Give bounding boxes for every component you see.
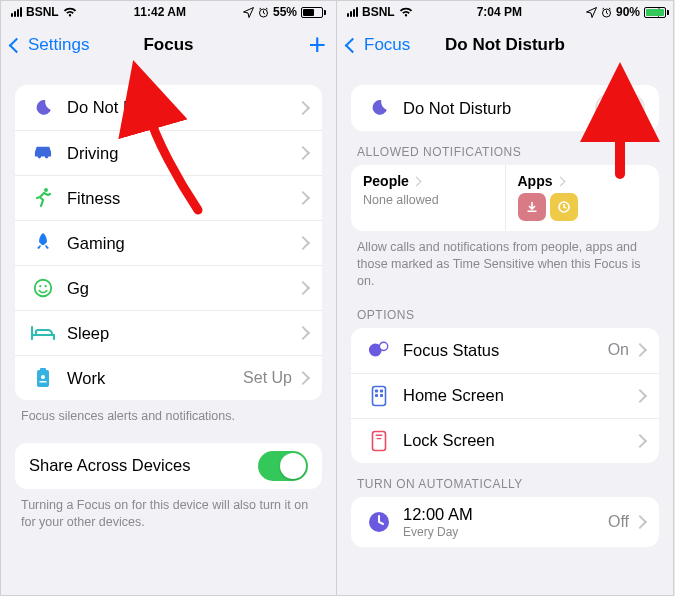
option-home-screen[interactable]: Home Screen <box>351 373 659 418</box>
people-header: People <box>363 173 493 189</box>
chevron-right-icon <box>298 144 308 162</box>
status-bar: BSNL 11:42 AM 55% <box>1 1 336 23</box>
battery-icon <box>301 7 326 18</box>
status-bar: BSNL 7:04 PM 90% <box>337 1 673 23</box>
moon-icon <box>29 97 57 119</box>
runner-icon <box>29 187 57 209</box>
svg-rect-15 <box>375 389 378 392</box>
focus-item-gg[interactable]: Gg <box>15 265 322 310</box>
people-sub: None allowed <box>363 193 493 207</box>
focus-item-gaming[interactable]: Gaming <box>15 220 322 265</box>
focus-item-work[interactable]: Work Set Up <box>15 355 322 400</box>
allowed-footer: Allow calls and notifications from peopl… <box>357 239 653 290</box>
back-button[interactable]: Settings <box>11 35 89 55</box>
apps-header: Apps <box>518 173 648 189</box>
svg-rect-10 <box>527 211 536 213</box>
status-time: 11:42 AM <box>77 5 243 19</box>
status-time: 7:04 PM <box>413 5 586 19</box>
svg-rect-21 <box>377 438 382 439</box>
section-allowed: ALLOWED NOTIFICATIONS <box>357 145 653 159</box>
phone-focus-list: BSNL 11:42 AM 55% Settings Focus + Do No… <box>0 0 337 596</box>
option-lock-screen[interactable]: Lock Screen <box>351 418 659 463</box>
allowed-notifications: People None allowed Apps <box>351 165 659 231</box>
back-button[interactable]: Focus <box>347 35 410 55</box>
chevron-right-icon <box>635 387 645 405</box>
svg-point-7 <box>41 375 45 379</box>
svg-rect-18 <box>380 394 383 397</box>
focus-item-fitness[interactable]: Fitness <box>15 175 322 220</box>
lock-screen-icon <box>365 430 393 452</box>
chevron-right-icon <box>298 279 308 297</box>
carrier-label: BSNL <box>26 5 59 19</box>
home-screen-icon <box>365 385 393 407</box>
chevron-right-icon <box>298 99 308 117</box>
focus-item-sleep[interactable]: Sleep <box>15 310 322 355</box>
allowed-people[interactable]: People None allowed <box>351 165 505 231</box>
moon-icon <box>365 97 393 119</box>
svg-point-1 <box>44 188 48 192</box>
badge-icon <box>29 367 57 389</box>
chevron-right-icon <box>298 189 308 207</box>
bed-icon <box>29 325 57 341</box>
svg-rect-16 <box>380 389 383 392</box>
svg-rect-17 <box>375 394 378 397</box>
dnd-toggle-row[interactable]: Do Not Disturb <box>351 85 659 131</box>
svg-point-2 <box>35 280 52 297</box>
wifi-icon <box>399 7 413 18</box>
svg-point-4 <box>45 285 47 287</box>
clock-icon <box>365 510 393 534</box>
svg-rect-20 <box>376 434 383 435</box>
add-button[interactable]: + <box>308 30 326 60</box>
app-chips <box>518 193 648 221</box>
svg-point-3 <box>39 285 41 287</box>
chevron-right-icon <box>635 432 645 450</box>
location-icon <box>243 7 254 18</box>
signal-icon <box>11 7 22 17</box>
rocket-icon <box>29 232 57 254</box>
smiley-icon <box>29 277 57 299</box>
work-value: Set Up <box>243 369 292 387</box>
svg-rect-8 <box>40 381 47 383</box>
battery-pct: 90% <box>616 5 640 19</box>
focus-footer: Focus silences alerts and notifications. <box>21 408 316 425</box>
app-icon-1 <box>518 193 546 221</box>
chevron-right-icon <box>635 513 645 531</box>
alarm-icon <box>601 7 612 18</box>
chevron-right-icon <box>298 369 308 387</box>
battery-pct: 55% <box>273 5 297 19</box>
svg-rect-6 <box>40 368 46 372</box>
alarm-icon <box>258 7 269 18</box>
svg-point-13 <box>379 342 387 350</box>
focus-status-icon <box>365 339 393 361</box>
chevron-right-icon <box>635 341 645 359</box>
focus-modes-list: Do Not Disturb Driving Fitness Gaming Gg <box>15 85 322 400</box>
section-options: OPTIONS <box>357 308 653 322</box>
location-icon <box>586 7 597 18</box>
svg-rect-19 <box>373 431 386 450</box>
allowed-apps[interactable]: Apps <box>505 165 660 231</box>
carrier-label: BSNL <box>362 5 395 19</box>
nav-bar: Settings Focus + <box>1 23 336 67</box>
schedule-row[interactable]: 12:00 AM Every Day Off <box>351 497 659 547</box>
share-across-devices-row[interactable]: Share Across Devices <box>15 443 322 489</box>
focus-item-driving[interactable]: Driving <box>15 130 322 175</box>
dnd-toggle[interactable] <box>595 93 645 123</box>
share-footer: Turning a Focus on for this device will … <box>21 497 316 531</box>
car-icon <box>29 144 57 162</box>
section-auto: TURN ON AUTOMATICALLY <box>357 477 653 491</box>
app-icon-2 <box>550 193 578 221</box>
nav-bar: Focus Do Not Disturb <box>337 23 673 67</box>
phone-dnd-detail: BSNL 7:04 PM 90% Focus Do Not Disturb Do… <box>337 0 674 596</box>
signal-icon <box>347 7 358 17</box>
battery-icon <box>644 7 669 18</box>
wifi-icon <box>63 7 77 18</box>
chevron-right-icon <box>298 234 308 252</box>
svg-rect-14 <box>373 386 386 405</box>
chevron-right-icon <box>298 324 308 342</box>
option-focus-status[interactable]: Focus Status On <box>351 328 659 373</box>
focus-item-dnd[interactable]: Do Not Disturb <box>15 85 322 130</box>
share-toggle[interactable] <box>258 451 308 481</box>
